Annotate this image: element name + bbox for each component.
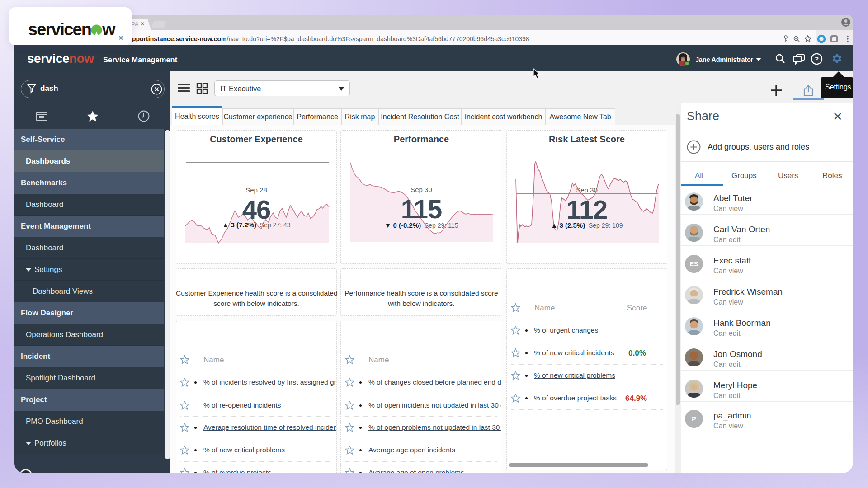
svg-text:?: ? [815, 55, 819, 63]
